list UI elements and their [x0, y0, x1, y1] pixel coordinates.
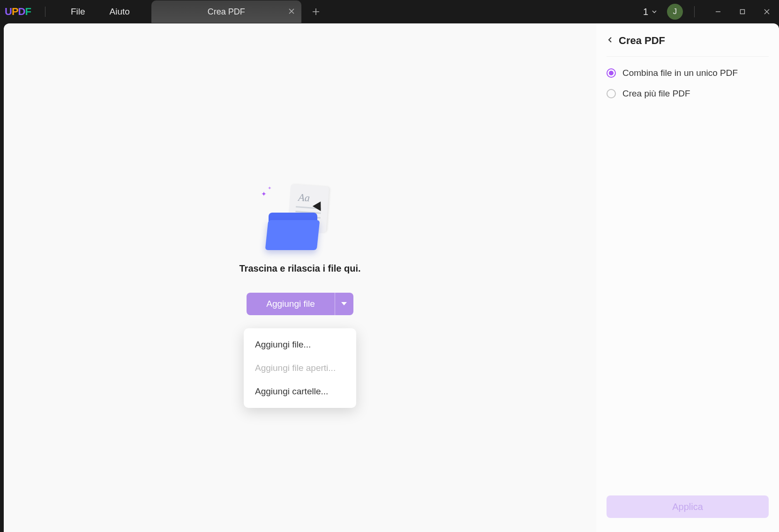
radio-icon [607, 89, 616, 98]
caret-down-icon [341, 302, 347, 305]
radio-label: Combina file in un unico PDF [622, 68, 738, 78]
side-panel: Crea PDF Combina file in un unico PDF Cr… [596, 23, 779, 532]
add-file-button-label: Aggiungi file [247, 299, 335, 309]
dropzone: ✦✦ Trascina e rilascia i file qui. Aggiu… [239, 185, 360, 315]
menu-file[interactable]: File [59, 3, 97, 21]
menu-item-add-open-files: Aggiungi file aperti... [244, 356, 356, 380]
main-drop-area[interactable]: ✦✦ Trascina e rilascia i file qui. Aggiu… [4, 23, 596, 532]
chevron-down-icon [651, 8, 658, 15]
tab-count-dropdown[interactable]: 1 [643, 7, 658, 17]
window-minimize-button[interactable] [706, 0, 730, 23]
app-logo: UPDF [5, 6, 31, 18]
chevron-left-icon [607, 36, 614, 44]
menu-help[interactable]: Aiuto [97, 3, 142, 21]
separator [45, 7, 45, 17]
tab-create-pdf[interactable]: Crea PDF [151, 0, 301, 23]
svg-rect-0 [741, 10, 745, 14]
window-maximize-button[interactable] [730, 0, 755, 23]
drop-message: Trascina e rilascia i file qui. [239, 263, 360, 274]
panel-back-button[interactable] [607, 36, 614, 45]
titlebar: UPDF File Aiuto Crea PDF 1 J [0, 0, 779, 23]
window-close-button[interactable] [755, 0, 779, 23]
folder-illustration-icon: ✦✦ [260, 185, 340, 250]
separator [694, 6, 695, 17]
tab-add-button[interactable] [312, 5, 320, 19]
close-icon[interactable] [288, 7, 295, 17]
add-dropdown-menu: Aggiungi file... Aggiungi file aperti...… [244, 328, 356, 408]
panel-title: Crea PDF [619, 35, 665, 47]
add-file-dropdown-toggle[interactable] [335, 293, 353, 315]
apply-button[interactable]: Applica [607, 495, 769, 518]
radio-icon [607, 68, 616, 78]
menu-item-add-file[interactable]: Aggiungi file... [244, 333, 356, 356]
radio-combine-single[interactable]: Combina file in un unico PDF [607, 68, 769, 78]
tab-count: 1 [643, 7, 648, 17]
radio-multiple-pdfs[interactable]: Crea più file PDF [607, 89, 769, 99]
add-file-button[interactable]: Aggiungi file [247, 293, 353, 315]
user-avatar[interactable]: J [667, 4, 683, 20]
radio-label: Crea più file PDF [622, 89, 690, 99]
tabs: Crea PDF [151, 0, 320, 23]
menu-item-add-folders[interactable]: Aggiungi cartelle... [244, 380, 356, 403]
avatar-initial: J [673, 7, 677, 16]
tab-label: Crea PDF [208, 7, 245, 17]
